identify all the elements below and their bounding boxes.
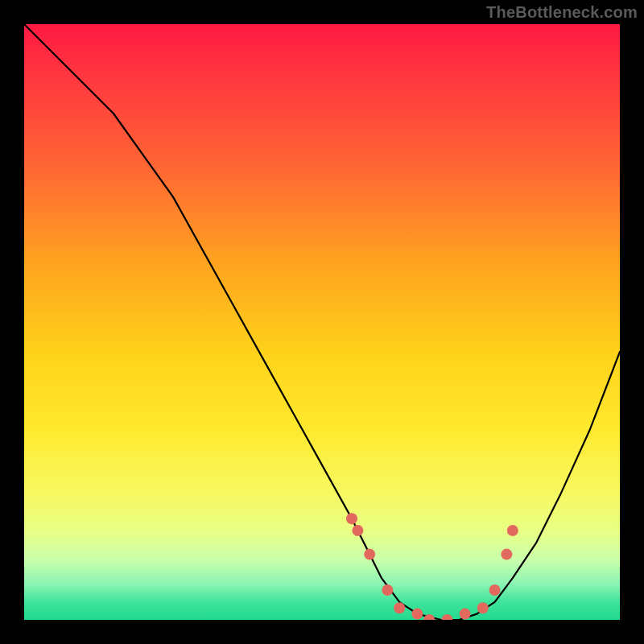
highlight-point [352, 525, 363, 536]
highlight-point [507, 525, 518, 536]
highlight-point [477, 602, 489, 613]
chart-plot-area [24, 24, 620, 620]
highlight-point [441, 614, 452, 620]
highlight-point [394, 602, 405, 613]
watermark-text: TheBottleneck.com [486, 3, 638, 22]
highlight-point [489, 584, 501, 596]
highlight-point [460, 609, 471, 620]
chart-svg [24, 24, 620, 620]
highlight-point [382, 584, 393, 596]
curve-group [24, 24, 620, 620]
bottleneck-curve [24, 24, 620, 620]
highlight-point [501, 549, 512, 560]
highlight-point [411, 609, 423, 620]
chart-frame: TheBottleneck.com [0, 0, 644, 644]
highlight-point [364, 549, 375, 560]
highlight-point [346, 513, 357, 524]
